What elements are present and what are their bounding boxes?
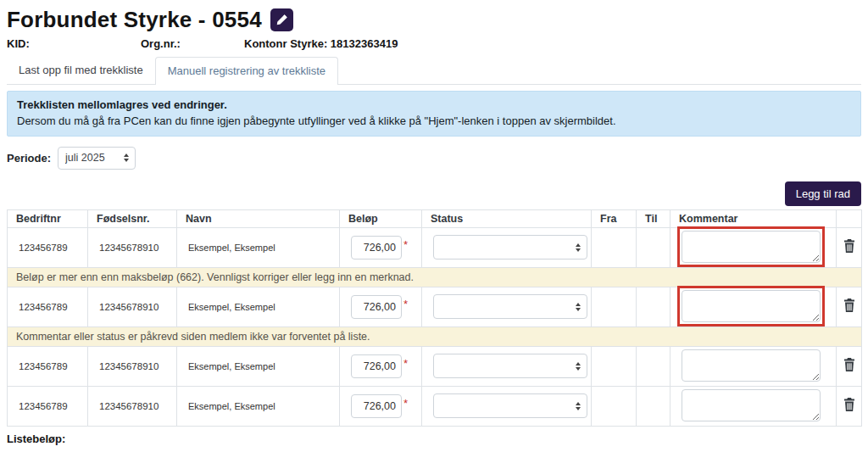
- cell-bedriftnr: 123456789: [8, 227, 88, 267]
- tab-upload-file[interactable]: Last opp fil med trekkliste: [7, 57, 155, 84]
- comment-textarea[interactable]: [682, 349, 821, 382]
- cell-bedriftnr: 123456789: [8, 386, 88, 426]
- delete-row-button[interactable]: [842, 396, 857, 416]
- status-select-control[interactable]: [434, 354, 587, 377]
- trash-icon: [843, 243, 855, 255]
- cell-navn: Eksempel, Eksempel: [177, 386, 340, 426]
- header-kommentar: Kommentar: [670, 209, 837, 227]
- table-row: 123456789 12345678910 Eksempel, Eksempel…: [8, 227, 862, 267]
- header-navn: Navn: [177, 209, 340, 227]
- header-fodselsnr: Fødselsnr.: [88, 209, 177, 227]
- cell-belop: *: [340, 346, 422, 386]
- cell-status: [422, 227, 592, 267]
- comment-textarea[interactable]: [682, 231, 821, 263]
- header-status: Status: [422, 209, 592, 227]
- status-select-control[interactable]: [434, 394, 587, 417]
- cell-status: [422, 386, 592, 426]
- info-alert-body: Dersom du må gå fra PCen kan du finne ig…: [17, 114, 851, 130]
- required-asterisk: *: [403, 298, 408, 310]
- page: Forbundet Styrke - 0554 KID: Org.nr.: Ko…: [0, 0, 868, 452]
- warning-text: Kommentar eller status er påkrevd siden …: [8, 326, 862, 346]
- page-title: Forbundet Styrke - 0554: [7, 7, 262, 33]
- status-select-control[interactable]: [434, 236, 587, 259]
- cell-fra: [592, 227, 637, 267]
- cell-fodselsnr: 12345678910: [88, 227, 177, 267]
- trekkliste-table: Bedriftnr Fødselsnr. Navn Beløp Status F…: [7, 209, 862, 427]
- status-select-control[interactable]: [434, 295, 587, 318]
- required-asterisk: *: [403, 397, 408, 410]
- page-header: Forbundet Styrke - 0554: [7, 7, 861, 33]
- cell-til: [637, 227, 670, 267]
- info-alert: Trekklisten mellomlagres ved endringer. …: [7, 91, 861, 137]
- kontonr-label: Kontonr Styrke: 18132363419: [244, 37, 398, 50]
- warning-text: Beløp er mer enn enn maksbeløp (662). Ve…: [8, 267, 862, 287]
- required-asterisk: *: [403, 238, 408, 251]
- cell-delete: [837, 346, 862, 386]
- cell-belop: *: [340, 287, 422, 326]
- periode-select-control[interactable]: juli 2025: [58, 148, 135, 169]
- orgnr-label: Org.nr.:: [141, 37, 244, 50]
- warning-row: Kommentar eller status er påkrevd siden …: [8, 326, 862, 346]
- tab-manual-registration[interactable]: Manuell registrering av trekkliste: [155, 57, 338, 85]
- comment-textarea[interactable]: [682, 389, 821, 421]
- cell-kommentar: [670, 287, 837, 326]
- cell-bedriftnr: 123456789: [8, 287, 88, 326]
- cell-fodselsnr: 12345678910: [88, 386, 177, 426]
- table-header-row: Bedriftnr Fødselsnr. Navn Beløp Status F…: [8, 209, 862, 227]
- periode-select[interactable]: juli 2025: [58, 147, 136, 170]
- cell-status: [422, 287, 592, 326]
- required-asterisk: *: [403, 357, 408, 370]
- trash-icon: [843, 302, 855, 315]
- cell-kommentar: [670, 227, 837, 267]
- cell-belop: *: [340, 386, 422, 426]
- status-select[interactable]: [433, 235, 587, 259]
- header-bedriftnr: Bedriftnr: [8, 209, 88, 227]
- info-alert-title: Trekklisten mellomlagres ved endringer.: [17, 98, 851, 114]
- belop-input[interactable]: [351, 295, 402, 319]
- pencil-icon: [275, 14, 287, 26]
- cell-fodselsnr: 12345678910: [88, 346, 177, 386]
- cell-fra: [592, 346, 637, 386]
- add-row-button-top[interactable]: Legg til rad: [785, 181, 861, 206]
- belop-input[interactable]: [351, 354, 402, 378]
- cell-fra: [592, 287, 637, 326]
- cell-kommentar: [670, 386, 837, 426]
- comment-highlight-annotation: [682, 231, 821, 263]
- cell-fodselsnr: 12345678910: [88, 287, 177, 326]
- header-delete: [837, 209, 862, 227]
- header-belop: Beløp: [340, 209, 422, 227]
- cell-til: [637, 346, 670, 386]
- status-select[interactable]: [433, 354, 587, 378]
- cell-delete: [837, 287, 862, 326]
- table-row: 123456789 12345678910 Eksempel, Eksempel…: [8, 386, 862, 426]
- periode-label: Periode:: [7, 152, 51, 165]
- cell-status: [422, 346, 592, 386]
- table-row: 123456789 12345678910 Eksempel, Eksempel…: [8, 346, 862, 386]
- comment-textarea[interactable]: [682, 290, 821, 322]
- comment-wrap: [682, 349, 821, 382]
- cell-navn: Eksempel, Eksempel: [177, 287, 340, 326]
- cell-fra: [592, 386, 637, 426]
- account-meta: KID: Org.nr.: Kontonr Styrke: 1813236341…: [7, 37, 861, 50]
- status-select[interactable]: [433, 294, 587, 319]
- warning-row: Beløp er mer enn enn maksbeløp (662). Ve…: [8, 267, 862, 287]
- delete-row-button[interactable]: [842, 356, 857, 376]
- periode-row: Periode: juli 2025: [7, 147, 861, 170]
- cell-delete: [837, 386, 862, 426]
- trash-icon: [843, 361, 855, 374]
- delete-row-button[interactable]: [842, 297, 857, 316]
- status-select[interactable]: [433, 393, 587, 418]
- cell-til: [637, 386, 670, 426]
- belop-input[interactable]: [351, 394, 402, 418]
- trash-icon: [843, 401, 855, 414]
- edit-title-button[interactable]: [270, 8, 293, 31]
- cell-kommentar: [670, 346, 837, 386]
- cell-navn: Eksempel, Eksempel: [177, 227, 340, 267]
- belop-input[interactable]: [351, 236, 402, 259]
- delete-row-button[interactable]: [842, 237, 857, 257]
- cell-navn: Eksempel, Eksempel: [177, 346, 340, 386]
- table-row: 123456789 12345678910 Eksempel, Eksempel…: [8, 287, 862, 326]
- cell-til: [637, 287, 670, 326]
- tabs-bar: Last opp fil med trekkliste Manuell regi…: [7, 57, 861, 85]
- listebelop-label: Listebeløp:: [7, 432, 861, 445]
